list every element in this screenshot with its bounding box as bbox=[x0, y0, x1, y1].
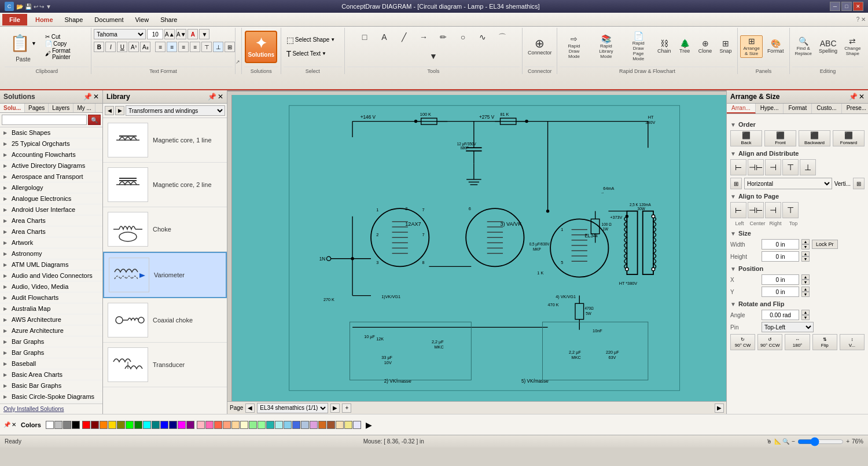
color-orange[interactable] bbox=[100, 421, 108, 429]
align-left-btn[interactable]: ⊢ bbox=[730, 159, 746, 175]
color-white[interactable] bbox=[46, 421, 54, 429]
rotate-180-btn[interactable]: ↔ 180° bbox=[785, 334, 810, 350]
library-dropdown[interactable]: Transformers and windings bbox=[126, 105, 225, 116]
format-button[interactable]: 🎨 Format bbox=[764, 38, 787, 56]
paste-button[interactable]: 📋 ▼ bbox=[5, 31, 42, 56]
page-align-center-btn[interactable]: ⊣⊢ bbox=[748, 202, 764, 218]
pencil-tool[interactable]: ✏ bbox=[434, 31, 453, 43]
color-navy[interactable] bbox=[169, 421, 177, 429]
clone-button[interactable]: ⊕ Clone bbox=[696, 38, 715, 56]
color-lightgreen[interactable] bbox=[249, 421, 257, 429]
lock-proportions-btn[interactable]: Lock Pr bbox=[812, 240, 838, 249]
color-teal[interactable] bbox=[152, 421, 160, 429]
menu-home[interactable]: Home bbox=[30, 14, 59, 25]
strikethrough-btn[interactable]: Aˢ bbox=[128, 42, 139, 52]
rect-tool[interactable]: □ bbox=[355, 31, 374, 43]
solutions-subtab-layers[interactable]: Layers bbox=[49, 104, 73, 112]
color-green[interactable] bbox=[134, 421, 142, 429]
solutions-item[interactable]: ▶Basic Bar Graphs bbox=[0, 380, 102, 391]
menu-share[interactable]: Share bbox=[155, 14, 183, 25]
color-yellow[interactable] bbox=[108, 421, 116, 429]
order-toggle[interactable]: ▼ bbox=[730, 122, 736, 128]
align-top-btn[interactable]: ⊤ bbox=[201, 42, 212, 52]
color-maroon[interactable] bbox=[91, 421, 99, 429]
library-item-magnetic-core-2[interactable]: Magnetic core, 2 line bbox=[103, 163, 227, 207]
color-lightpink[interactable] bbox=[197, 421, 205, 429]
page-selector[interactable]: EL34 shemathics (1/1) bbox=[257, 403, 328, 413]
color-chocolate[interactable] bbox=[318, 421, 326, 429]
bold-btn[interactable]: B bbox=[94, 42, 104, 52]
color-plum[interactable] bbox=[310, 421, 318, 429]
tab-prese[interactable]: Prese... bbox=[842, 104, 868, 113]
angle-input[interactable] bbox=[762, 310, 799, 320]
curve-tool[interactable]: ∿ bbox=[473, 31, 492, 43]
tree-button[interactable]: 🌲 Tree bbox=[675, 38, 694, 56]
color-gray[interactable] bbox=[63, 421, 71, 429]
copy-button[interactable]: 📄 Copy bbox=[45, 41, 89, 47]
tab-format[interactable]: Format bbox=[784, 104, 812, 113]
color-skyblue[interactable] bbox=[284, 421, 292, 429]
text-format-expand[interactable]: ↗ bbox=[236, 59, 240, 65]
minimize-btn[interactable]: ─ bbox=[830, 2, 840, 11]
solutions-item[interactable]: ▶Audio and Video Connectors bbox=[0, 270, 102, 281]
more-tools[interactable]: ▼ bbox=[424, 50, 443, 62]
color-olive[interactable] bbox=[117, 421, 125, 429]
rotate-90cw-btn[interactable]: ↻ 90° CW bbox=[730, 334, 755, 350]
tab-hype[interactable]: Hype... bbox=[756, 104, 784, 113]
x-down-btn[interactable]: ▼ bbox=[801, 280, 810, 285]
zoom-in-btn[interactable]: + bbox=[846, 438, 849, 445]
solutions-search-button[interactable]: 🔍 bbox=[88, 115, 101, 125]
rotate-90ccw-btn[interactable]: ↺ 90° CCW bbox=[757, 334, 782, 350]
solutions-item[interactable]: ▶Basic Circle-Spoke Diagrams bbox=[0, 391, 102, 402]
arrange-size-button[interactable]: ⊞ Arrange& Size bbox=[740, 35, 762, 58]
color-salmon[interactable] bbox=[223, 421, 231, 429]
solutions-subtab-solu[interactable]: Solu... bbox=[0, 104, 25, 112]
solutions-item[interactable]: ▶Bar Graphs bbox=[0, 347, 102, 358]
menu-view[interactable]: View bbox=[129, 14, 155, 25]
library-item-choke[interactable]: Choke bbox=[103, 207, 227, 252]
chain-button[interactable]: ⛓ Chain bbox=[654, 38, 674, 56]
solutions-item[interactable]: ▶Bar Graphs bbox=[0, 336, 102, 347]
solutions-item[interactable]: ▶Baseball bbox=[0, 358, 102, 369]
page-align-right-btn[interactable]: ⊣ bbox=[765, 202, 781, 218]
page-align-left-btn[interactable]: ⊢ bbox=[730, 202, 746, 218]
font-grow-btn[interactable]: A▲ bbox=[164, 29, 175, 39]
arrow-tool[interactable]: → bbox=[414, 31, 433, 43]
align-top-btn[interactable]: ⊤ bbox=[782, 159, 799, 175]
connector-button[interactable]: ⊕ Connector bbox=[525, 36, 554, 57]
canvas-scroll-right[interactable]: ▶ bbox=[715, 403, 724, 413]
library-item-variometer[interactable]: Variometer bbox=[103, 252, 227, 298]
colors-scroll-right[interactable]: ▶ bbox=[366, 420, 372, 430]
library-item-magnetic-core-1[interactable]: Magnetic core, 1 line bbox=[103, 118, 227, 163]
align-left-btn[interactable]: ≡ bbox=[155, 42, 165, 52]
font-shrink-btn[interactable]: A▼ bbox=[176, 29, 186, 39]
height-down-btn[interactable]: ▼ bbox=[801, 256, 810, 262]
spelling-button[interactable]: ABC Spelling bbox=[816, 38, 840, 56]
color-wheat[interactable] bbox=[336, 421, 344, 429]
color-lightseagreen[interactable] bbox=[266, 421, 274, 429]
width-up-btn[interactable]: ▲ bbox=[801, 239, 810, 244]
ellipse-tool[interactable]: ○ bbox=[454, 31, 472, 43]
cut-button[interactable]: ✂ Cut bbox=[45, 34, 89, 40]
color-steelblue[interactable] bbox=[301, 421, 309, 429]
canvas-container[interactable]: +146 V 100 K +275 V 81 K bbox=[232, 95, 726, 401]
front-order-btn[interactable]: ⬛ Front bbox=[764, 130, 796, 146]
font-more-btn[interactable]: ▼ bbox=[199, 29, 209, 39]
text-tool[interactable]: A bbox=[375, 31, 393, 43]
y-up-btn[interactable]: ▲ bbox=[801, 287, 810, 292]
angle-down-btn[interactable]: ▼ bbox=[801, 315, 810, 320]
subscript-btn[interactable]: A₂ bbox=[140, 42, 150, 52]
angle-up-btn[interactable]: ▲ bbox=[801, 310, 810, 315]
solutions-item[interactable]: ▶25 Typical Orgcharts bbox=[0, 138, 102, 149]
font-color-btn[interactable]: A bbox=[187, 29, 198, 39]
right-panel-close[interactable]: ✕ bbox=[859, 93, 865, 101]
menu-shape[interactable]: Shape bbox=[59, 14, 89, 25]
forward-order-btn[interactable]: ⬛ Forward bbox=[833, 130, 865, 146]
colors-close[interactable]: ✕ bbox=[12, 421, 16, 428]
width-input[interactable] bbox=[762, 239, 799, 249]
color-lavender[interactable] bbox=[353, 421, 361, 429]
align-mode-selector[interactable]: Horizontal bbox=[744, 178, 832, 189]
font-size-input[interactable] bbox=[147, 29, 163, 39]
solutions-subtab-my[interactable]: My ... bbox=[73, 104, 95, 112]
line-tool[interactable]: ╱ bbox=[395, 31, 413, 43]
